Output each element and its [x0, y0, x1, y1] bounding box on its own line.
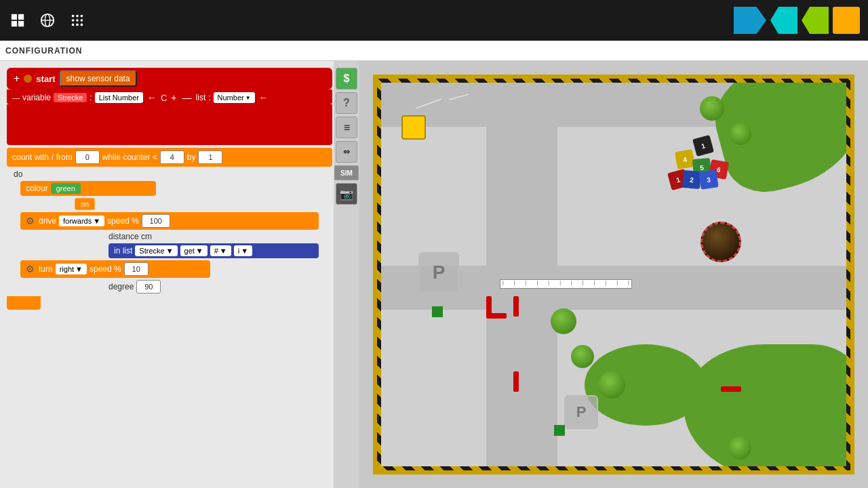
svg-point-15	[81, 24, 83, 26]
left-arrow-btn[interactable]: ←	[146, 92, 158, 103]
from-value-input[interactable]: 0	[75, 150, 100, 164]
turn-speed-label: speed %	[90, 264, 121, 274]
main-area: $ ? ☰ ⇔ SIM 📷 + start show sensor data —…	[0, 61, 868, 488]
svg-rect-1	[18, 14, 24, 20]
svg-point-10	[72, 19, 75, 22]
i-val-dropdown[interactable]: i ▼	[234, 245, 252, 256]
get-dropdown[interactable]: get ▼	[180, 245, 208, 256]
dollar-button[interactable]: $	[336, 68, 357, 89]
grid4-icon[interactable]	[8, 11, 27, 30]
globe-icon[interactable]	[38, 11, 57, 30]
degree-label: degree	[108, 282, 134, 291]
svg-rect-2	[12, 21, 17, 26]
distance-label: distance cm	[108, 232, 152, 241]
block-canvas: + start show sensor data — variable Stre…	[0, 61, 334, 488]
start-label: start	[36, 74, 55, 84]
turn-speed-input[interactable]: 10	[124, 262, 149, 276]
tile-black-1: 1	[692, 135, 714, 157]
svg-rect-3	[18, 21, 24, 26]
topbar-left	[8, 11, 87, 30]
while-value-input[interactable]: 4	[160, 150, 184, 164]
question-button[interactable]: ?	[336, 92, 357, 114]
svg-point-14	[76, 24, 79, 26]
speed-value-input[interactable]: 100	[142, 214, 170, 228]
svg-point-12	[81, 19, 83, 22]
svg-point-8	[76, 15, 79, 18]
topbar-right	[734, 7, 860, 34]
red-barrier-3	[513, 371, 519, 392]
simulator-panel: P P 1 4 5 6 1 2 3 ||||||||||||	[359, 61, 868, 488]
hash-dropdown[interactable]: # ▼	[210, 245, 231, 256]
sim-inner: P P 1 4 5 6 1 2 3 ||||||||||||	[381, 83, 846, 466]
turn-label: turn	[39, 264, 53, 274]
distance-row: distance cm	[108, 232, 327, 241]
count-block: count with i from 0 while counter < 4 by…	[7, 148, 332, 167]
minus-list-btn[interactable]: —	[181, 92, 193, 103]
number-type-dropdown[interactable]: Number▼	[214, 92, 255, 103]
sensor-button[interactable]: show sensor data	[60, 70, 137, 87]
parking-sign-2: P	[564, 395, 598, 429]
degree-value-input[interactable]: 90	[136, 280, 161, 293]
red-body-area	[7, 104, 332, 145]
right-dropdown[interactable]: right ▼	[56, 264, 87, 274]
red-barrier-5	[721, 386, 741, 392]
on-button[interactable]: on	[75, 198, 95, 210]
variable-block: — variable Strecke : List Number ← C + —…	[7, 89, 332, 104]
tree-3	[571, 345, 594, 368]
dash-icon: —	[12, 94, 20, 102]
svg-point-11	[76, 19, 79, 22]
right-arrow-btn[interactable]: ←	[258, 92, 270, 103]
do-label: do	[14, 169, 22, 179]
red-barrier-2	[513, 296, 519, 317]
camera-button[interactable]: 📷	[336, 183, 357, 205]
topbar	[0, 0, 868, 41]
forwards-dropdown[interactable]: forwards ▼	[59, 216, 104, 226]
grid9-icon[interactable]	[68, 11, 87, 30]
list-type-dropdown[interactable]: List Number	[95, 92, 143, 103]
logo-cyan	[770, 7, 797, 34]
obstacle-circle	[701, 222, 741, 262]
header-row: CONFIGURATION	[0, 41, 868, 61]
tile-blue-3: 3	[698, 169, 718, 189]
do-row: do	[7, 169, 327, 181]
green-area-bottomright	[684, 344, 846, 466]
svg-point-9	[81, 15, 83, 18]
count-label: count with	[12, 152, 49, 162]
strecke-dropdown[interactable]: Strecke ▼	[135, 245, 177, 256]
var-name: Strecke	[54, 93, 87, 102]
menu-button[interactable]: ☰	[336, 117, 357, 138]
sim-button[interactable]: SIM	[334, 165, 359, 180]
do-inner: colour green on ⚙ drive forwards ▼ speed…	[20, 181, 327, 293]
tree-2	[598, 371, 625, 399]
drive-label: drive	[39, 216, 56, 226]
inlist-label: in list	[114, 246, 132, 256]
colour-dropdown[interactable]: green	[51, 183, 81, 194]
svg-rect-0	[12, 14, 17, 20]
logo-orange	[833, 7, 860, 34]
plus-list-btn[interactable]: +	[170, 92, 178, 103]
parking-sign-1: P	[418, 252, 459, 293]
sim-canvas: P P 1 4 5 6 1 2 3 ||||||||||||	[373, 75, 854, 474]
turn-block: ⚙ turn right ▼ speed % 10	[20, 260, 210, 278]
robot-car	[401, 115, 426, 140]
tree-5	[728, 436, 751, 460]
by-value-input[interactable]: 1	[198, 150, 222, 164]
start-plus-btn[interactable]: +	[14, 73, 20, 85]
on-row: on	[47, 198, 327, 210]
logo-green	[802, 7, 829, 34]
svg-point-13	[72, 24, 75, 26]
tree-6	[730, 123, 751, 145]
arrows-button[interactable]: ⇔	[336, 141, 357, 163]
colour-block: colour green	[20, 181, 156, 196]
ruler: ||||||||||||	[500, 279, 632, 289]
svg-point-7	[72, 15, 75, 18]
tile-yellow: 4	[675, 149, 695, 169]
list-label: list	[196, 93, 206, 102]
speed-label: speed %	[107, 216, 139, 226]
red-barrier-4	[486, 313, 507, 319]
tree-4	[551, 308, 576, 334]
drive-block: ⚙ drive forwards ▼ speed % 100	[20, 212, 319, 230]
orange-tail	[7, 296, 41, 310]
block-editor: $ ? ☰ ⇔ SIM 📷 + start show sensor data —…	[0, 61, 359, 488]
turn-icon: ⚙	[26, 264, 35, 274]
